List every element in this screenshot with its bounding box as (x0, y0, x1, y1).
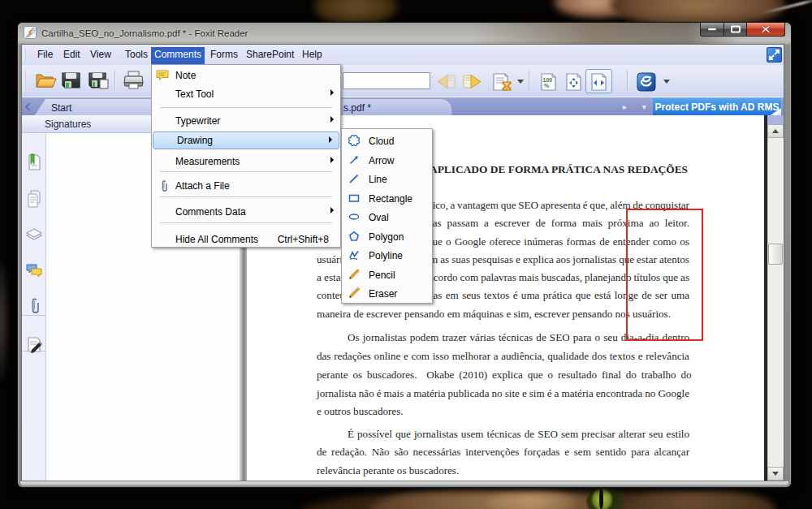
svg-text:%: % (544, 83, 550, 88)
svg-text:100: 100 (543, 77, 553, 83)
